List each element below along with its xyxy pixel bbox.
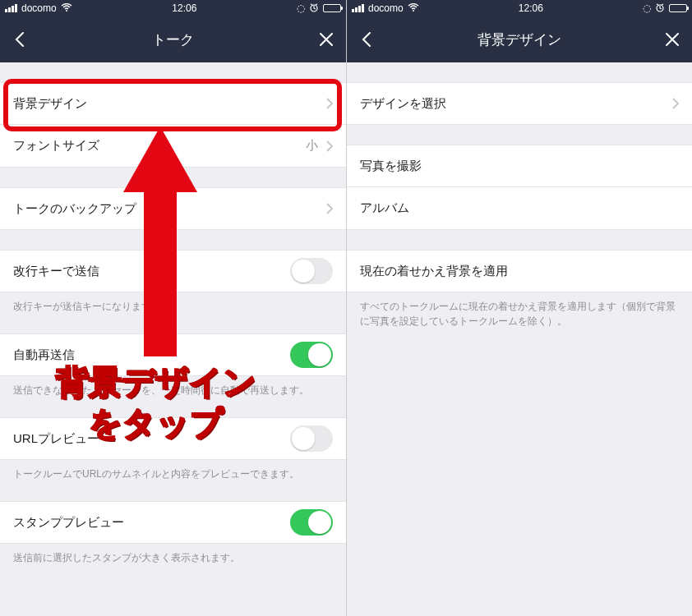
row-label: アルバム (360, 200, 409, 216)
close-button[interactable] (316, 32, 336, 47)
row-font-size[interactable]: フォントサイズ 小 (0, 125, 346, 168)
signal-icon (5, 4, 17, 12)
svg-point-2 (413, 10, 414, 11)
back-button[interactable] (357, 31, 376, 48)
alarm-icon (309, 2, 319, 15)
clock: 12:06 (172, 2, 196, 14)
row-enter-send[interactable]: 改行キーで送信 (0, 250, 346, 292)
toggle-enter-send[interactable] (290, 258, 333, 284)
nav-bar: トーク (0, 16, 346, 62)
row-stamp-preview[interactable]: スタンププレビュー (0, 501, 346, 544)
loading-icon: ◌ (643, 2, 651, 14)
toggle-url-preview[interactable] (290, 425, 333, 452)
page-title: 背景デザイン (376, 30, 662, 49)
row-label: フォントサイズ (13, 138, 99, 154)
row-url-preview[interactable]: URLプレビュー (0, 417, 346, 460)
page-title: トーク (30, 30, 316, 49)
row-label: 背景デザイン (13, 96, 87, 112)
row-select-design[interactable]: デザインを選択 (347, 82, 692, 125)
row-label: URLプレビュー (13, 431, 99, 447)
toggle-stamp-preview[interactable] (290, 509, 333, 536)
row-background-design[interactable]: 背景デザイン (0, 82, 346, 125)
row-label: 写真を撮影 (360, 159, 422, 174)
loading-icon: ◌ (297, 2, 305, 14)
chevron-right-icon (326, 203, 333, 214)
back-button[interactable] (10, 31, 30, 48)
signal-icon (352, 4, 364, 12)
clock: 12:06 (519, 2, 543, 14)
row-label: 現在の着せかえ背景を適用 (360, 264, 508, 279)
row-label: 改行キーで送信 (13, 264, 99, 279)
row-note: トークルームでURLのサムネイルと内容をプレビューできます。 (0, 460, 346, 481)
battery-icon (669, 4, 687, 12)
chevron-right-icon (326, 140, 333, 152)
row-label: デザインを選択 (360, 96, 446, 112)
status-bar: docomo 12:06 ◌ (347, 0, 692, 16)
svg-point-0 (66, 10, 67, 11)
carrier-label: docomo (21, 2, 57, 14)
row-note: 送信前に選択したスタンプが大きく表示されます。 (0, 544, 346, 565)
right-screen: docomo 12:06 ◌ 背景デザイン デザインを選択 (346, 0, 692, 616)
row-label: 自動再送信 (13, 347, 75, 363)
row-auto-resend[interactable]: 自動再送信 (0, 333, 346, 376)
left-screen: docomo 12:06 ◌ トーク 背景デザイン フォントサイズ (0, 0, 346, 616)
row-note: 送信できなかったメッセージを、一定時間後に自動で再送します。 (0, 376, 346, 398)
row-talk-backup[interactable]: トークのバックアップ (0, 187, 346, 230)
row-label: スタンププレビュー (13, 515, 124, 531)
nav-bar: 背景デザイン (347, 16, 692, 62)
row-take-photo[interactable]: 写真を撮影 (347, 145, 692, 187)
battery-icon (323, 4, 341, 12)
close-button[interactable] (662, 32, 682, 47)
status-bar: docomo 12:06 ◌ (0, 0, 346, 16)
row-album[interactable]: アルバム (347, 187, 692, 230)
chevron-right-icon (326, 98, 333, 109)
chevron-right-icon (672, 98, 679, 109)
row-apply-theme-bg[interactable]: 現在の着せかえ背景を適用 (347, 250, 692, 292)
row-note: すべてのトークルームに現在の着せかえ背景を適用します（個別で背景に写真を設定して… (347, 292, 692, 329)
carrier-label: docomo (368, 2, 404, 14)
wifi-icon (61, 2, 72, 14)
alarm-icon (655, 2, 665, 15)
row-value: 小 (306, 138, 318, 154)
toggle-auto-resend[interactable] (290, 342, 333, 368)
wifi-icon (408, 2, 419, 14)
row-label: トークのバックアップ (13, 201, 136, 217)
row-note: 改行キーが送信キーになります。 (0, 292, 346, 314)
